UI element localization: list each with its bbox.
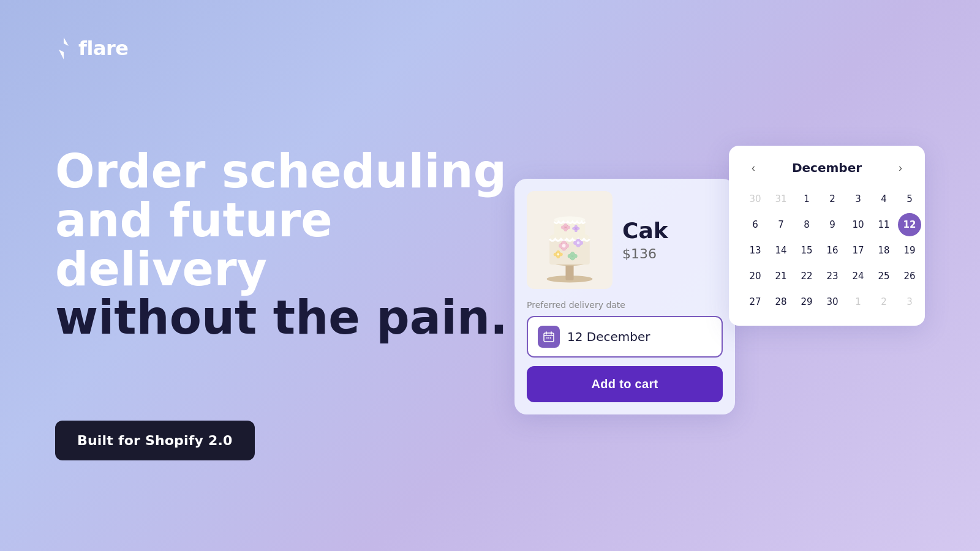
calendar-day: 1 — [846, 290, 870, 313]
calendar-day[interactable]: 3 — [846, 187, 870, 211]
shopify-badge: Built for Shopify 2.0 — [55, 421, 255, 460]
selected-date-text: 12 December — [567, 329, 650, 344]
svg-point-39 — [575, 230, 578, 233]
svg-point-34 — [564, 228, 568, 231]
svg-point-24 — [557, 253, 559, 256]
product-info: Cak $136 — [622, 219, 723, 262]
delivery-label: Preferred delivery date — [527, 300, 723, 310]
calendar-day[interactable]: 1 — [795, 187, 818, 211]
calendar-day[interactable]: 21 — [769, 264, 793, 288]
calendar-day: 3 — [898, 290, 921, 313]
product-card-top: Cak $136 — [527, 191, 723, 289]
svg-point-12 — [562, 244, 566, 248]
svg-point-44 — [546, 337, 548, 339]
calendar-day[interactable]: 7 — [769, 213, 793, 236]
svg-point-20 — [554, 253, 557, 257]
calendar-day[interactable]: 5 — [898, 187, 921, 211]
svg-point-31 — [561, 226, 565, 230]
calendar-day[interactable]: 30 — [821, 290, 844, 313]
product-name: Cak — [622, 219, 723, 243]
calendar-day: 31 — [769, 187, 793, 211]
product-price: $136 — [622, 246, 723, 261]
calendar-day[interactable]: 6 — [744, 213, 767, 236]
svg-point-18 — [577, 241, 580, 244]
hero-line-2: and future delivery — [55, 196, 521, 294]
calendar-day[interactable]: 18 — [872, 239, 895, 262]
hero-line-3: without the pain. — [55, 293, 521, 342]
svg-point-21 — [559, 253, 563, 257]
svg-point-38 — [575, 225, 578, 228]
calendar-month-title: December — [792, 160, 862, 175]
calendar-icon-box — [538, 326, 560, 348]
svg-point-32 — [567, 226, 570, 230]
calendar-next-button[interactable]: › — [891, 158, 910, 178]
calendar-day[interactable]: 17 — [846, 239, 870, 262]
calendar-day[interactable]: 23 — [821, 264, 844, 288]
hero-line-1: Order scheduling — [55, 147, 521, 196]
svg-point-45 — [548, 337, 549, 339]
calendar-day[interactable]: 20 — [744, 264, 767, 288]
calendar-day[interactable]: 9 — [821, 213, 844, 236]
svg-point-29 — [570, 257, 575, 261]
svg-point-36 — [572, 227, 575, 230]
calendar-prev-button[interactable]: ‹ — [744, 158, 763, 178]
calendar-grid: 3031123456789101112131415161718192021222… — [744, 187, 910, 313]
calendar-day[interactable]: 28 — [769, 290, 793, 313]
cake-illustration — [530, 194, 609, 286]
calendar-day[interactable]: 14 — [769, 239, 793, 262]
logo-text: flare — [78, 37, 128, 60]
calendar-day[interactable]: 26 — [898, 264, 921, 288]
calendar-day[interactable]: 16 — [821, 239, 844, 262]
svg-point-37 — [577, 227, 580, 230]
product-card: Cak $136 Preferred delivery date 12 Dece… — [514, 179, 735, 414]
calendar-day[interactable]: 13 — [744, 239, 767, 262]
calendar-widget: ‹ December › 303112345678910111213141516… — [729, 146, 925, 326]
calendar-header: ‹ December › — [744, 158, 910, 178]
calendar-icon — [543, 331, 555, 343]
calendar-day: 2 — [872, 290, 895, 313]
product-image — [527, 191, 612, 289]
calendar-day[interactable]: 15 — [795, 239, 818, 262]
hero-section: Order scheduling and future delivery wit… — [55, 147, 521, 342]
calendar-day[interactable]: 19 — [898, 239, 921, 262]
calendar-day[interactable]: 11 — [872, 213, 895, 236]
calendar-day[interactable]: 25 — [872, 264, 895, 288]
svg-point-33 — [564, 223, 568, 227]
calendar-day[interactable]: 10 — [846, 213, 870, 236]
calendar-day: 30 — [744, 187, 767, 211]
calendar-day[interactable]: 8 — [795, 213, 818, 236]
calendar-day[interactable]: 12 — [898, 213, 921, 236]
svg-point-28 — [570, 252, 575, 256]
date-input-box[interactable]: 12 December — [527, 316, 723, 358]
flare-logo-icon — [55, 37, 72, 59]
svg-point-46 — [550, 337, 551, 339]
calendar-day[interactable]: 22 — [795, 264, 818, 288]
calendar-day[interactable]: 29 — [795, 290, 818, 313]
add-to-cart-button[interactable]: Add to cart — [527, 366, 723, 402]
logo: flare — [55, 37, 128, 60]
calendar-day[interactable]: 2 — [821, 187, 844, 211]
calendar-day[interactable]: 24 — [846, 264, 870, 288]
calendar-day[interactable]: 27 — [744, 290, 767, 313]
calendar-day[interactable]: 4 — [872, 187, 895, 211]
